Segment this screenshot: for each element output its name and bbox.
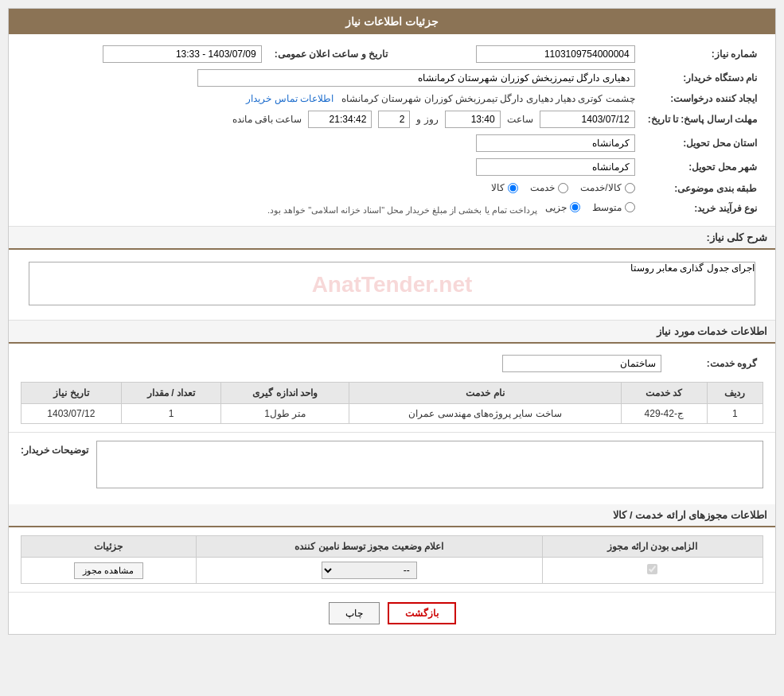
deadline-date-input [540,111,635,128]
category-label: طبقه بندی موضوعی: [642,179,763,199]
col-header-row: ردیف [707,383,763,404]
col-header-date: تاریخ نیاز [21,383,122,404]
deadline-label: مهلت ارسال پاسخ: تا تاریخ: [642,107,763,131]
buyer-org-input [197,69,635,87]
cell-date: 1403/07/12 [21,404,122,424]
creator-label: ایجاد کننده درخواست: [642,90,763,107]
perm-col-required: الزامی بودن ارائه مجوز [542,536,763,558]
cell-unit: متر طول1 [221,404,349,424]
category-radio-service[interactable]: خدمت [530,182,568,193]
deadline-day-input [378,111,410,128]
services-section-title: اطلاعات خدمات مورد نیاز [9,321,775,344]
cell-qty: 1 [121,404,221,424]
perm-status-select[interactable]: -- [322,562,417,579]
back-button[interactable]: بازگشت [388,602,456,624]
need-number-input[interactable] [476,45,635,63]
province-input [476,134,635,152]
category-radio-group: کالا/خدمت خدمت کالا [491,182,634,193]
deadline-remaining-label: ساعت باقی مانده [232,114,302,125]
buyer-desc-section: توضیحات خریدار: [9,433,775,496]
view-permit-button[interactable]: مشاهده مجوز [74,562,142,579]
description-section-title: شرح کلی نیاز: [9,227,775,250]
service-group-input [502,355,661,372]
footer-buttons: بازگشت چاپ [9,593,775,634]
service-group-label: گروه خدمت: [668,352,763,375]
purchase-note: پرداخت تمام یا بخشی از مبلغ خریدار محل "… [267,204,537,214]
perm-required-checkbox [647,564,657,574]
category-radio-kala[interactable]: کالا [491,182,518,193]
category-radio-kala-service[interactable]: کالا/خدمت [580,182,634,193]
cell-name: ساخت سایر پروژه‌های مهندسی عمران [349,404,621,424]
table-row: 1 ج-42-429 ساخت سایر پروژه‌های مهندسی عم… [21,404,763,424]
deadline-time-label: ساعت [507,114,533,125]
announce-date-label: تاریخ و ساعت اعلان عمومی: [268,42,394,66]
description-textarea[interactable]: اجرای جدول گذاری معابر روستا [29,262,755,305]
purchase-type-label: نوع فرآیند خرید: [642,199,763,219]
col-header-code: کد خدمت [621,383,707,404]
province-label: استان محل تحویل: [642,131,763,155]
deadline-remaining-input [308,111,372,128]
deadline-time-input [445,111,501,128]
services-table: ردیف کد خدمت نام خدمت واحد اندازه گیری ت… [21,382,763,424]
announce-date-input [103,45,262,63]
perm-cell-status: -- [196,558,542,584]
creator-value: چشمت کوتری دهیار دهیاری دارگل تیمرزبخش ک… [341,93,635,104]
buyer-desc-label: توضیحات خریدار: [21,441,88,456]
deadline-day-label: روز و [416,114,438,125]
city-label: شهر محل تحویل: [642,155,763,179]
permissions-table: الزامی بودن ارائه مجوز اعلام وضعیت مجوز … [21,535,763,584]
cell-code: ج-42-429 [621,404,707,424]
creator-contact-link[interactable]: اطلاعات تماس خریدار [246,93,333,104]
col-header-qty: تعداد / مقدار [121,383,221,404]
perm-col-status: اعلام وضعیت مجوز توسط نامین کننده [196,536,542,558]
perm-col-details: جزئیات [21,536,197,558]
print-button[interactable]: چاپ [329,602,380,624]
need-number-label: شماره نیاز: [642,42,763,66]
permissions-section-title: اطلاعات مجوزهای ارائه خدمت / کالا [9,504,775,527]
buyer-desc-textarea[interactable] [96,441,763,488]
perm-cell-details: مشاهده مجوز [21,558,197,584]
city-input [476,158,635,176]
buyer-org-label: نام دستگاه خریدار: [642,66,763,90]
cell-row: 1 [707,404,763,424]
col-header-name: نام خدمت [349,383,621,404]
purchase-type-radio-group: متوسط جزیی [545,202,635,213]
perm-table-row: -- مشاهده مجوز [21,558,763,584]
purchase-type-partial[interactable]: جزیی [545,202,580,213]
purchase-type-medium[interactable]: متوسط [592,202,635,213]
col-header-unit: واحد اندازه گیری [221,383,349,404]
page-header: جزئیات اطلاعات نیاز [9,9,775,34]
perm-cell-required [542,558,763,584]
page-title: جزئیات اطلاعات نیاز [345,15,439,28]
